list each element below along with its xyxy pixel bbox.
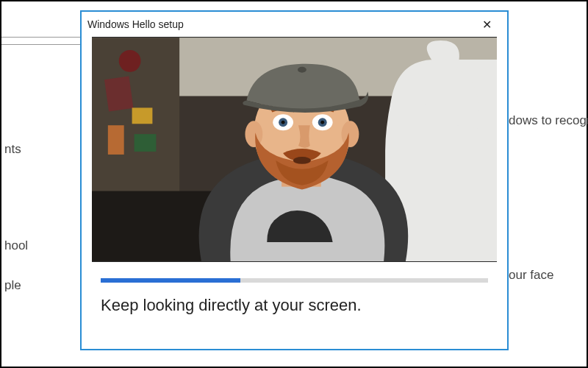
svg-point-4 xyxy=(119,50,141,72)
instruction-text: Keep looking directly at your screen. xyxy=(101,296,488,315)
svg-rect-6 xyxy=(108,125,124,155)
scan-progress xyxy=(101,278,488,283)
svg-point-18 xyxy=(282,121,285,124)
svg-rect-7 xyxy=(135,134,157,152)
svg-point-20 xyxy=(298,67,306,73)
bg-text-accounts: nts xyxy=(4,142,21,157)
close-icon: ✕ xyxy=(482,18,492,32)
svg-rect-5 xyxy=(132,107,153,124)
camera-preview xyxy=(92,37,497,262)
dialog-titlebar: Windows Hello setup ✕ xyxy=(82,12,507,37)
bg-text-recognize: dows to recogniz xyxy=(509,113,588,128)
bg-divider-1 xyxy=(1,44,80,45)
screenshot-stage: nts hool ple dows to recogniz our face W… xyxy=(0,0,588,368)
svg-point-13 xyxy=(293,157,311,164)
bg-text-people: ple xyxy=(4,278,21,293)
dialog-title: Windows Hello setup xyxy=(87,18,184,30)
bg-text-yourface: our face xyxy=(509,268,553,283)
bg-text-school: hool xyxy=(4,238,28,253)
svg-point-19 xyxy=(320,121,324,124)
hello-setup-dialog: Windows Hello setup ✕ xyxy=(80,10,509,350)
close-button[interactable]: ✕ xyxy=(472,13,501,35)
svg-rect-3 xyxy=(104,77,134,112)
bg-divider-2 xyxy=(1,37,80,38)
scan-progress-fill xyxy=(101,278,240,283)
camera-illustration xyxy=(92,37,497,262)
